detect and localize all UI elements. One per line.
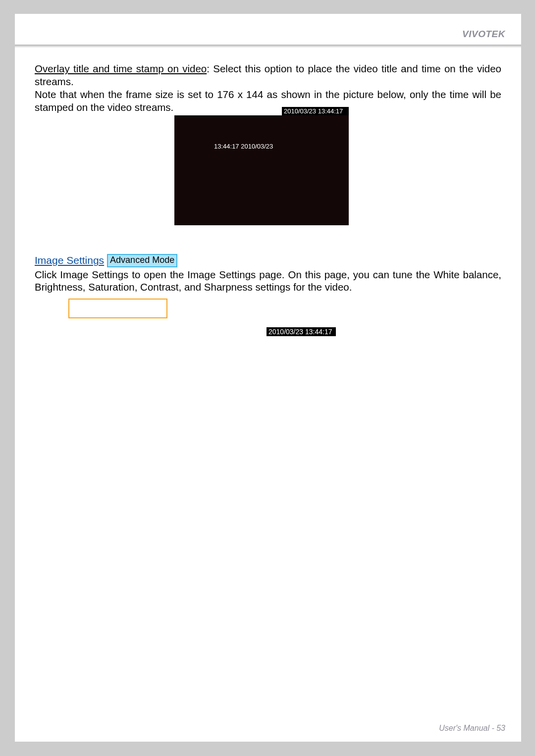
document-page: VIVOTEK Overlay title and time stamp on … — [15, 14, 521, 742]
paragraph-overlay-title: Overlay title and time stamp on video: S… — [35, 62, 501, 88]
timestamp-bar-top: 2010/03/23 13:44:17 — [282, 107, 349, 115]
brand-logo: VIVOTEK — [462, 29, 505, 40]
timestamp-bar-lower: 2010/03/23 13:44:17 — [267, 327, 336, 336]
advanced-mode-badge: Advanced Mode — [107, 254, 177, 267]
page-footer: User's Manual - 53 — [439, 724, 505, 733]
header-rule-thick — [15, 45, 521, 46]
header-rule-thin — [15, 47, 521, 47]
video-overlay-timestamp: 13:44:17 2010/03/23 — [214, 143, 273, 150]
image-settings-link[interactable]: Image Settings — [35, 254, 104, 266]
image-settings-section: Image Settings Advanced Mode Click Image… — [35, 254, 501, 294]
video-frame: 13:44:17 2010/03/23 — [174, 115, 349, 225]
highlight-box — [68, 299, 167, 318]
paragraph-image-settings: Click Image Settings to open the Image S… — [35, 268, 501, 294]
heading-row: Image Settings Advanced Mode — [35, 254, 501, 267]
video-example-block: 2010/03/23 13:44:17 13:44:17 2010/03/23 — [174, 107, 349, 225]
overlay-title-underline: Overlay title and time stamp on video — [35, 63, 207, 74]
